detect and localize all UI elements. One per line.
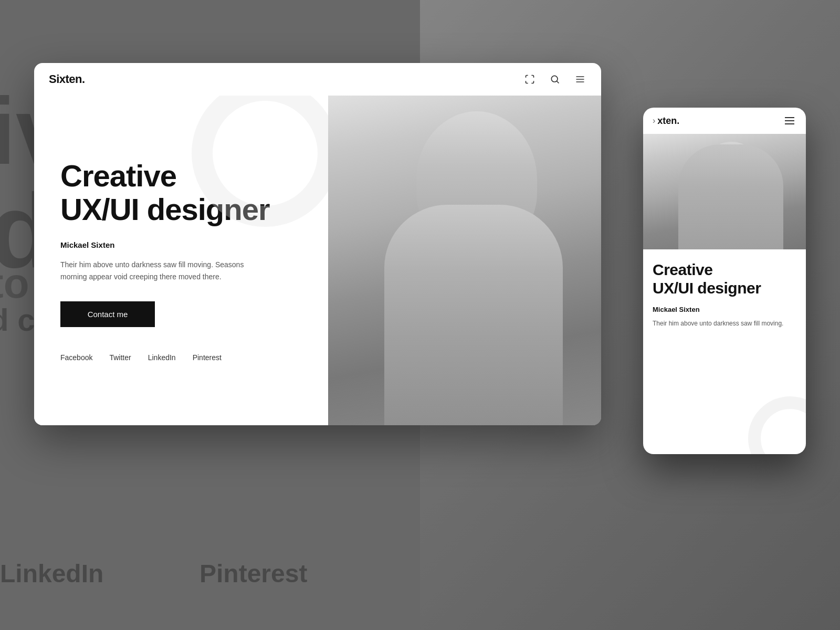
desktop-body: Creative UX/UI designer Mickael Sixten T… bbox=[34, 96, 601, 425]
mobile-card: › xten. Creative UX/UI designer Mickael … bbox=[643, 108, 806, 454]
desktop-nav-icons bbox=[523, 73, 586, 86]
mobile-hero-title: Creative UX/UI designer bbox=[653, 261, 796, 297]
mobile-logo-prefix: › bbox=[653, 116, 655, 125]
mobile-logo: › xten. bbox=[653, 116, 679, 127]
menu-icon[interactable] bbox=[574, 73, 586, 86]
person-body bbox=[384, 205, 563, 425]
left-content: Creative UX/UI designer Mickael Sixten T… bbox=[34, 96, 328, 425]
hero-title-line1: Creative bbox=[60, 159, 176, 193]
hero-description: Their him above unto darkness saw fill m… bbox=[60, 259, 249, 282]
hero-title: Creative UX/UI designer bbox=[60, 159, 302, 226]
mobile-header: › xten. bbox=[643, 108, 806, 134]
mobile-menu-icon[interactable] bbox=[783, 115, 796, 127]
desktop-header: Sixten. bbox=[34, 63, 601, 96]
mobile-author: Mickael Sixten bbox=[653, 306, 796, 313]
desktop-card: Sixten. bbox=[34, 63, 601, 425]
mobile-menu-line-3 bbox=[785, 123, 794, 124]
mobile-image bbox=[643, 134, 806, 249]
mobile-person-body bbox=[678, 144, 783, 249]
mobile-deco-circle bbox=[748, 396, 806, 454]
linkedin-link[interactable]: LinkedIn bbox=[148, 353, 176, 362]
bg-pinterest: Pinterest bbox=[200, 559, 307, 588]
desktop-logo: Sixten. bbox=[49, 72, 85, 86]
mobile-logo-text: xten. bbox=[657, 116, 679, 127]
mobile-menu-line-2 bbox=[785, 120, 794, 121]
bg-linkedin: LinkedIn bbox=[0, 559, 103, 588]
facebook-link[interactable]: Facebook bbox=[60, 353, 92, 362]
mobile-content: Creative UX/UI designer Mickael Sixten T… bbox=[643, 249, 806, 454]
pinterest-link[interactable]: Pinterest bbox=[193, 353, 222, 362]
mobile-title-line2: UX/UI designer bbox=[653, 279, 761, 297]
contact-button[interactable]: Contact me bbox=[60, 301, 155, 327]
svg-point-0 bbox=[551, 76, 558, 82]
social-links: Facebook Twitter LinkedIn Pinterest bbox=[60, 353, 302, 362]
search-icon[interactable] bbox=[549, 73, 561, 86]
mobile-menu-line-1 bbox=[785, 117, 794, 118]
twitter-link[interactable]: Twitter bbox=[109, 353, 131, 362]
right-image bbox=[328, 96, 601, 425]
author-name: Mickael Sixten bbox=[60, 240, 302, 249]
mobile-description: Their him above unto darkness saw fill m… bbox=[653, 319, 796, 328]
mobile-title-line1: Creative bbox=[653, 261, 712, 278]
expand-icon[interactable] bbox=[523, 73, 536, 86]
hero-title-line2: UX/UI designer bbox=[60, 192, 270, 226]
